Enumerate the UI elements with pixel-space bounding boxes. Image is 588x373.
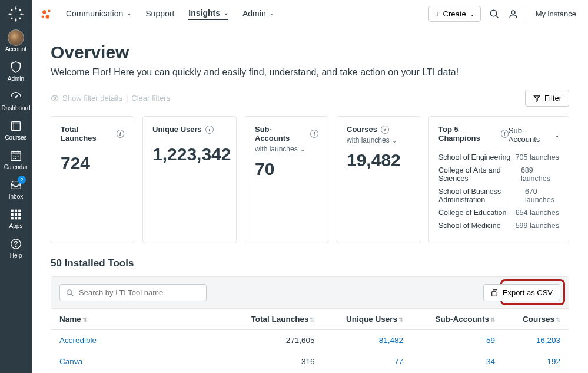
sidebar-item-label: Courses	[5, 134, 26, 141]
gauge-icon	[9, 90, 22, 104]
sidebar-item-label: Apps	[9, 223, 23, 229]
cell-launches: 316	[227, 351, 323, 372]
sidebar-item-help[interactable]: Help	[0, 233, 32, 262]
champion-row: School of Medicine599 launches	[438, 219, 559, 232]
nav-communication[interactable]: Communication⌄	[66, 9, 131, 19]
search-icon[interactable]	[489, 9, 500, 19]
champion-row: College of Arts and Sciences689 launches	[438, 164, 559, 185]
cell-subaccounts[interactable]: 34	[411, 351, 503, 372]
sidebar-logo-icon[interactable]	[4, 2, 28, 26]
sidebar-item-courses[interactable]: Courses	[0, 115, 32, 144]
card-label: Unique Usersi	[152, 125, 227, 134]
champion-row: School of Engineering705 launches	[438, 151, 559, 164]
sort-icon: ⇅	[556, 316, 560, 323]
sidebar-item-dashboard[interactable]: Dashboard	[0, 86, 32, 114]
svg-rect-9	[12, 122, 21, 131]
svg-point-8	[15, 97, 16, 98]
col-launches[interactable]: Total Launches⇅	[227, 309, 323, 330]
info-icon[interactable]: i	[310, 130, 318, 138]
card-value: 1,223,342	[152, 144, 227, 164]
svg-rect-14	[11, 213, 14, 216]
tool-name-link[interactable]: Accredible	[59, 336, 97, 345]
card-sublabel[interactable]: with launches⌄	[255, 145, 318, 153]
sidebar-item-label: Dashboard	[2, 105, 31, 111]
champion-count: 654 launches	[516, 209, 559, 217]
filter-row: Show filter details | Clear filters Filt…	[51, 90, 569, 107]
create-button[interactable]: +Create⌄	[428, 6, 481, 22]
champion-count: 705 launches	[516, 153, 559, 161]
sidebar-item-admin[interactable]: Admin	[0, 57, 32, 85]
filter-icon	[533, 94, 541, 103]
export-csv-button[interactable]: Export as CSV	[483, 284, 560, 301]
col-users[interactable]: Unique Users⇅	[323, 309, 411, 330]
svg-rect-31	[491, 291, 496, 296]
inbox-badge: 2	[18, 176, 26, 184]
sidebar-item-inbox[interactable]: 2 Inbox	[0, 174, 32, 203]
info-icon[interactable]: i	[117, 130, 124, 138]
cell-subaccounts[interactable]: 59	[411, 330, 503, 351]
svg-point-7	[11, 9, 13, 11]
svg-point-5	[11, 18, 13, 19]
info-icon[interactable]: i	[501, 130, 509, 138]
champion-row: School of Business Administration670 lau…	[438, 185, 559, 206]
sidebar-item-calendar[interactable]: Calendar	[0, 145, 32, 173]
separator: |	[126, 94, 128, 103]
card-sublabel[interactable]: with launches⌄	[347, 136, 410, 144]
page-title: Overview	[51, 42, 569, 62]
nav-label: Insights	[188, 8, 220, 18]
sidebar-item-label: Admin	[8, 75, 24, 82]
card-unique-users: Unique Usersi 1,223,342	[142, 116, 237, 243]
nav-support[interactable]: Support	[145, 9, 174, 19]
top-navigation-bar: Communication⌄ Support Insights⌄ Admin⌄ …	[32, 0, 588, 28]
grid-icon	[10, 207, 22, 222]
cell-users[interactable]: 81,482	[323, 330, 411, 351]
sidebar-item-label: Calendar	[4, 164, 28, 170]
clear-filters[interactable]: Clear filters	[131, 94, 170, 103]
cell-courses[interactable]: 16,203	[503, 330, 569, 351]
nav-insights[interactable]: Insights⌄	[188, 8, 228, 20]
chevron-down-icon: ⌄	[470, 11, 474, 17]
info-icon[interactable]: i	[205, 126, 214, 134]
table-row: Accredible271,60581,4825916,203	[51, 330, 569, 351]
export-icon	[491, 289, 499, 297]
col-name[interactable]: Name⇅	[51, 309, 227, 330]
filter-button[interactable]: Filter	[525, 90, 569, 107]
button-label: Create	[443, 9, 466, 18]
chevron-down-icon: ⌄	[392, 137, 397, 144]
sort-icon: ⇅	[82, 316, 87, 323]
champion-name: College of Education	[438, 209, 506, 217]
champions-dropdown[interactable]: Sub-Accounts⌄	[509, 126, 559, 144]
section-title: 50 Installed Tools	[51, 258, 569, 269]
tools-table-container: Export as CSV Name⇅ Total Launches⇅ Uniq…	[51, 276, 569, 373]
svg-rect-16	[18, 213, 21, 216]
col-subaccounts[interactable]: Sub-Accounts⇅	[411, 309, 503, 330]
filter-text: Show filter details | Clear filters	[51, 94, 170, 103]
my-instance-link[interactable]: My instance	[536, 9, 576, 18]
svg-rect-11	[11, 210, 14, 212]
cell-courses[interactable]: 192	[503, 351, 569, 372]
svg-rect-19	[18, 217, 21, 219]
cell-users[interactable]: 77	[323, 351, 411, 372]
show-filter-details[interactable]: Show filter details	[62, 94, 122, 103]
svg-point-24	[46, 15, 49, 18]
info-icon[interactable]: i	[381, 126, 389, 134]
tools-table: Name⇅ Total Launches⇅ Unique Users⇅ Sub-…	[51, 309, 569, 373]
brand-logo-icon[interactable]	[40, 8, 53, 21]
search-input[interactable]	[79, 288, 200, 297]
chevron-down-icon: ⌄	[300, 146, 305, 153]
col-courses[interactable]: Courses⇅	[503, 309, 569, 330]
sort-icon: ⇅	[398, 316, 403, 323]
search-input-wrapper[interactable]	[59, 284, 207, 301]
page-subtitle: Welcome Flor! Here you can quickly and e…	[51, 67, 569, 78]
tool-name-link[interactable]: Canva	[59, 357, 82, 366]
sidebar-item-label: Account	[5, 46, 26, 52]
card-champions: Top 5 Championsi Sub-Accounts⌄ School of…	[428, 116, 569, 243]
user-icon[interactable]	[508, 9, 519, 19]
stats-cards: Total Launchesi 724 Unique Usersi 1,223,…	[51, 116, 569, 243]
card-label: Coursesi	[347, 125, 410, 134]
sidebar-item-account[interactable]: Account	[0, 27, 32, 55]
sort-icon: ⇅	[490, 316, 495, 323]
champions-header: Top 5 Championsi Sub-Accounts⌄	[438, 125, 559, 145]
sidebar-item-apps[interactable]: Apps	[0, 204, 32, 232]
nav-admin[interactable]: Admin⌄	[242, 9, 274, 19]
